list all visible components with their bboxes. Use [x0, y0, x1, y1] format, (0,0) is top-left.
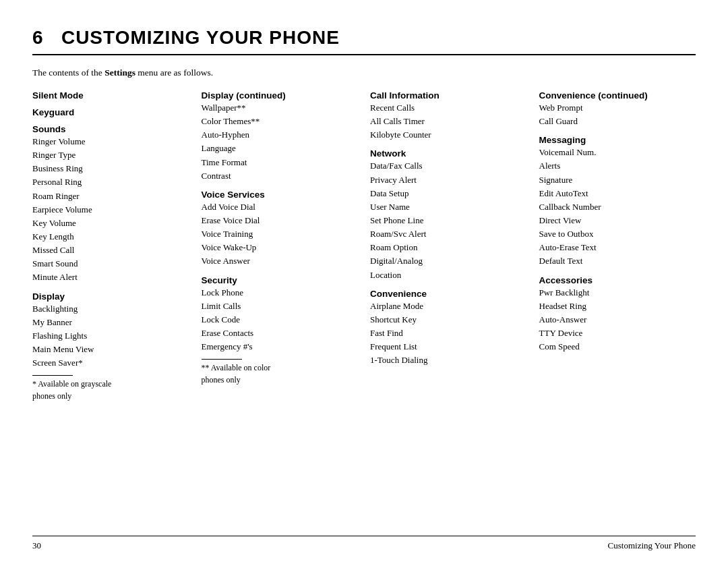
list-item: Signature [539, 173, 696, 187]
list-item: Key Length [32, 230, 189, 244]
chapter-title: 6 Customizing Your Phone [32, 27, 340, 48]
list-item: Time Format [202, 156, 359, 169]
page: 6 Customizing Your Phone The contents of… [0, 0, 728, 443]
list-item: User Name [370, 200, 527, 214]
section-header-messaging: Messaging [539, 135, 696, 145]
list-item: Voice Wake-Up [202, 241, 359, 254]
list-item: Recent Calls [370, 101, 527, 115]
list-item: Backlighting [32, 302, 189, 316]
footnote: * Available on grayscale phones only [32, 379, 111, 400]
list-item: Frequent List [370, 340, 527, 353]
list-item: My Banner [32, 316, 189, 329]
list-item: Auto-Answer [539, 313, 696, 327]
list-item: Language [202, 142, 359, 155]
list-item: Alerts [539, 159, 696, 173]
chapter-title-text: Customizing Your Phone [61, 27, 340, 48]
list-item: Earpiece Volume [32, 203, 189, 217]
list-item: Fast Find [370, 327, 527, 340]
list-item: TTY Device [539, 327, 696, 340]
column-col3: Call InformationRecent CallsAll Calls Ti… [370, 90, 539, 367]
list-item: Save to Outbox [539, 227, 696, 241]
list-item: Digital/Analog [370, 254, 527, 268]
list-item: Roam/Svc Alert [370, 227, 527, 241]
list-item: Personal Ring [32, 175, 189, 189]
section-header-accessories: Accessories [539, 275, 696, 285]
list-item: Edit AutoText [539, 187, 696, 200]
intro-suffix: menu are as follows. [135, 67, 213, 78]
list-item: Smart Sound [32, 257, 189, 271]
list-item: Ringer Volume [32, 135, 189, 148]
list-item: Screen Saver* [32, 356, 189, 370]
list-item: Voice Answer [202, 254, 359, 268]
list-item: Lock Code [202, 313, 359, 327]
section-header-display: Display [32, 291, 189, 302]
list-item: Main Menu View [32, 343, 189, 356]
list-item: Erase Contacts [202, 327, 359, 340]
list-item: Data Setup [370, 187, 527, 200]
list-item: Headset Ring [539, 300, 696, 313]
list-item: Airplane Mode [370, 300, 527, 313]
list-item: Voicemail Num. [539, 146, 696, 159]
list-item: Color Themes** [202, 115, 359, 128]
list-item: Shortcut Key [370, 313, 527, 327]
list-item: Default Text [539, 254, 696, 268]
column-col1: Silent ModeKeyguardSoundsRinger VolumeRi… [32, 90, 202, 402]
footnote-rule [202, 359, 242, 360]
list-item: Callback Number [539, 200, 696, 214]
section-header-sounds: Sounds [32, 124, 189, 134]
list-item: Location [370, 268, 527, 282]
section-header-network: Network [370, 148, 527, 159]
list-item: Privacy Alert [370, 173, 527, 187]
list-item: Ringer Type [32, 148, 189, 162]
section-header-keyguard: Keyguard [32, 107, 189, 117]
section-header-voice-services: Voice Services [202, 190, 359, 200]
list-item: Set Phone Line [370, 214, 527, 227]
list-item: Minute Alert [32, 271, 189, 284]
list-item: Business Ring [32, 162, 189, 175]
section-header-silent-mode: Silent Mode [32, 90, 189, 101]
section-header-display-continued: Display (continued) [202, 90, 359, 101]
section-header-security: Security [202, 275, 359, 285]
list-item: Roam Ringer [32, 190, 189, 203]
list-item: Limit Calls [202, 300, 359, 313]
list-item: Voice Training [202, 227, 359, 241]
page-footer: 30 Customizing Your Phone [32, 536, 696, 551]
list-item: Contrast [202, 169, 359, 183]
list-item: 1-Touch Dialing [370, 353, 527, 367]
header-rule [32, 54, 696, 55]
list-item: Key Volume [32, 217, 189, 230]
list-item: Call Guard [539, 115, 696, 128]
chapter-header: 6 Customizing Your Phone [32, 27, 696, 49]
list-item: All Calls Timer [370, 115, 527, 128]
list-item: Auto-Hyphen [202, 128, 359, 142]
intro-text: The contents of the Settings menu are as… [32, 67, 696, 78]
footnote: ** Available on color phones only [202, 363, 271, 384]
list-item: Pwr Backlight [539, 286, 696, 300]
list-item: Erase Voice Dial [202, 214, 359, 227]
list-item: Flashing Lights [32, 329, 189, 343]
list-item: Lock Phone [202, 286, 359, 300]
footer-section-title: Customizing Your Phone [608, 540, 696, 551]
footer-page-number: 30 [32, 540, 41, 551]
list-item: Auto-Erase Text [539, 241, 696, 254]
section-header-convenience: Convenience [370, 289, 527, 299]
intro-bold: Settings [104, 67, 135, 78]
list-item: Data/Fax Calls [370, 159, 527, 173]
list-item: Add Voice Dial [202, 200, 359, 214]
list-item: Web Prompt [539, 101, 696, 115]
list-item: Direct View [539, 214, 696, 227]
intro-prefix: The contents of the [32, 67, 104, 78]
list-item: Kilobyte Counter [370, 128, 527, 142]
column-col2: Display (continued)Wallpaper**Color Them… [202, 90, 371, 386]
list-item: Missed Call [32, 244, 189, 257]
columns-container: Silent ModeKeyguardSoundsRinger VolumeRi… [32, 90, 696, 402]
list-item: Com Speed [539, 340, 696, 353]
section-header-convenience-continued: Convenience (continued) [539, 90, 696, 101]
column-col4: Convenience (continued)Web PromptCall Gu… [539, 90, 696, 353]
footnote-rule [32, 375, 73, 376]
list-item: Roam Option [370, 241, 527, 254]
section-header-call-information: Call Information [370, 90, 527, 101]
list-item: Emergency #'s [202, 340, 359, 353]
chapter-number: 6 [32, 27, 44, 48]
list-item: Wallpaper** [202, 101, 359, 115]
